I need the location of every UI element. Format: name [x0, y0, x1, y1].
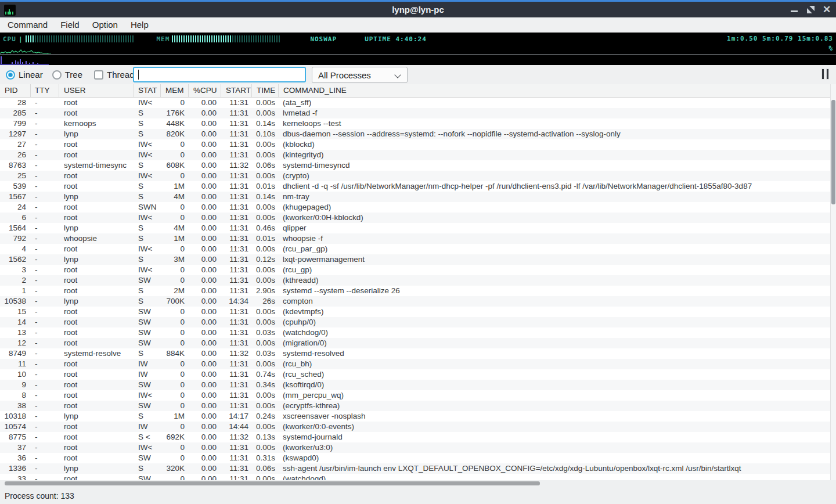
cell-user: root	[59, 275, 134, 286]
cell-mem: 0	[161, 213, 189, 223]
cell-start: 11:31	[221, 233, 252, 244]
table-row[interactable]: 1564-lynpS4M0.0011:310.46sqlipper	[0, 223, 830, 233]
cell-pid: 6	[0, 213, 31, 223]
horizontal-scrollbar-thumb[interactable]	[5, 481, 540, 485]
table-row[interactable]: 1297-lynpS820K0.0011:310.10sdbus-daemon …	[0, 129, 830, 139]
cell-tty: -	[31, 213, 59, 223]
cell-time: 0.03s	[252, 348, 279, 359]
table-row[interactable]: 15-rootSW00.0011:310.00s(kdevtmpfs)	[0, 307, 830, 317]
table-row[interactable]: 11-rootIW00.0011:310.00s(rcu_bh)	[0, 359, 830, 369]
cell-pid: 27	[0, 139, 31, 150]
table-row[interactable]: 10574-rootIW00.0014:440.00s(kworker/0:0-…	[0, 422, 830, 432]
table-row[interactable]: 1567-lynpS4M0.0011:310.14snm-tray	[0, 192, 830, 202]
cell-mem: 0	[161, 244, 189, 254]
menu-field[interactable]: Field	[54, 17, 86, 33]
table-row[interactable]: 33-rootSW00.0011:310.00s(watchdogd)	[0, 474, 830, 480]
table-row[interactable]: 13-rootSW00.0011:310.03s(watchdog/0)	[0, 327, 830, 338]
menu-help[interactable]: Help	[124, 17, 155, 33]
app-icon	[4, 5, 16, 16]
table-row[interactable]: 6-rootIW<00.0011:310.00s(kworker/0:0H-kb…	[0, 213, 830, 223]
cell-tty: -	[31, 401, 59, 411]
cell-pid: 28	[0, 98, 31, 108]
cell-time: 0.00s	[252, 442, 279, 453]
pause-button[interactable]	[819, 69, 831, 80]
cell-pid: 792	[0, 233, 31, 244]
cell-cpu: 0.00	[189, 213, 221, 223]
table-row[interactable]: 4-rootIW<00.0011:310.00s(rcu_par_gp)	[0, 244, 830, 254]
search-input[interactable]	[133, 67, 306, 82]
maximize-button[interactable]	[806, 5, 815, 15]
table-row[interactable]: 10538-lynpS700K0.0014:3426scompton	[0, 296, 830, 307]
cell-cmd: (ecryptfs-kthrea)	[279, 401, 830, 411]
vertical-scrollbar-thumb[interactable]	[831, 100, 835, 204]
cell-start: 11:32	[221, 348, 252, 359]
tree-radio[interactable]	[52, 70, 62, 80]
cell-pid: 10574	[0, 422, 31, 432]
cell-stat: SW	[134, 317, 161, 327]
table-row[interactable]: 792-whoopsieS1M0.0011:310.01swhoopsie -f	[0, 233, 830, 244]
process-count-text: Process count: 133	[0, 491, 74, 501]
table-row[interactable]: 36-rootSW00.0011:310.31s(kswapd0)	[0, 453, 830, 463]
cell-pid: 799	[0, 118, 31, 129]
table-row[interactable]: 12-rootSW00.0011:310.00s(migration/0)	[0, 338, 830, 348]
cell-pid: 285	[0, 108, 31, 118]
cell-mem: 0	[161, 317, 189, 327]
table-row[interactable]: 38-rootSW00.0011:310.00s(ecryptfs-kthrea…	[0, 401, 830, 411]
cell-pid: 25	[0, 171, 31, 181]
linear-radio[interactable]	[6, 70, 15, 80]
cell-tty: -	[31, 150, 59, 160]
cell-stat: IW<	[134, 265, 161, 275]
table-row[interactable]: 27-rootIW<00.0011:310.00s(kblockd)	[0, 139, 830, 150]
column-header-cpu[interactable]: %CPU	[189, 84, 221, 97]
close-button[interactable]: ✕	[822, 5, 831, 15]
table-row[interactable]: 3-rootIW<00.0011:310.00s(rcu_gp)	[0, 265, 830, 275]
menu-command[interactable]: Command	[1, 17, 54, 33]
table-row[interactable]: 25-rootIW<00.0011:310.00s(crypto)	[0, 171, 830, 181]
minimize-button[interactable]	[790, 5, 799, 15]
table-row[interactable]: 539-rootS1M0.0011:310.01sdhclient -d -q …	[0, 181, 830, 192]
table-row[interactable]: 8749-systemd-resolveS884K0.0011:320.03ss…	[0, 348, 830, 359]
table-row[interactable]: 10318-lynpS1M0.0014:170.24sxscreensaver …	[0, 411, 830, 422]
column-header-mem[interactable]: MEM	[161, 84, 189, 97]
title-bar[interactable]: lynp@lyn-pc ✕	[0, 0, 836, 17]
cell-pid: 8775	[0, 432, 31, 442]
vertical-scrollbar[interactable]	[830, 84, 836, 480]
thread-checkbox[interactable]	[94, 70, 103, 80]
table-row[interactable]: 14-rootSW00.0011:310.00s(cpuhp/0)	[0, 317, 830, 327]
tree-radio-label: Tree	[65, 70, 82, 80]
table-row[interactable]: 8763-systemd-timesyncS608K0.0011:320.06s…	[0, 160, 830, 171]
table-row[interactable]: 28-rootIW<00.0011:310.00s(ata_sff)	[0, 98, 830, 108]
cell-cmd: (kdevtmpfs)	[279, 307, 830, 317]
cell-stat: SW	[134, 380, 161, 390]
table-row[interactable]: 799-kernoopsS448K0.0011:310.14skerneloop…	[0, 118, 830, 129]
horizontal-scrollbar[interactable]	[0, 480, 836, 488]
column-header-cmd[interactable]: COMMAND_LINE	[279, 84, 830, 97]
process-filter-dropdown[interactable]: All Processes	[312, 67, 408, 83]
cell-user: root	[59, 108, 134, 118]
menu-option[interactable]: Option	[86, 17, 124, 33]
table-row[interactable]: 24-rootSWN00.0011:310.00s(khugepaged)	[0, 202, 830, 213]
column-header-start[interactable]: START	[221, 84, 252, 97]
table-row[interactable]: 1336-lynpS320K0.0011:310.06sssh-agent /u…	[0, 463, 830, 474]
table-row[interactable]: 285-rootS176K0.0011:310.00slvmetad -f	[0, 108, 830, 118]
column-header-user[interactable]: USER	[59, 84, 134, 97]
cell-cpu: 0.00	[189, 474, 221, 480]
cell-pid: 36	[0, 453, 31, 463]
cell-start: 11:31	[221, 213, 252, 223]
table-row[interactable]: 10-rootIW00.0011:310.74s(rcu_sched)	[0, 369, 830, 380]
table-row[interactable]: 1-rootS2M0.0011:312.90ssystemd --system …	[0, 286, 830, 296]
cell-stat: SW	[134, 338, 161, 348]
table-row[interactable]: 26-rootIW<00.0011:310.00s(kintegrityd)	[0, 150, 830, 160]
table-row[interactable]: 37-rootIW<00.0011:310.00s(kworker/u3:0)	[0, 442, 830, 453]
table-row[interactable]: 1562-lynpS3M0.0011:310.12slxqt-powermana…	[0, 254, 830, 265]
column-header-tty[interactable]: TTY	[31, 84, 59, 97]
cell-start: 11:31	[221, 202, 252, 213]
column-header-time[interactable]: TIME	[252, 84, 279, 97]
column-header-pid[interactable]: PID	[0, 84, 31, 97]
column-header-stat[interactable]: STAT	[134, 84, 161, 97]
table-row[interactable]: 8775-rootS <692K0.0011:320.13ssystemd-jo…	[0, 432, 830, 442]
table-row[interactable]: 8-rootIW<00.0011:310.00s(mm_percpu_wq)	[0, 390, 830, 401]
cell-mem: 0	[161, 338, 189, 348]
table-row[interactable]: 2-rootSW00.0011:310.00s(kthreadd)	[0, 275, 830, 286]
table-row[interactable]: 9-rootSW00.0011:310.34s(ksoftirqd/0)	[0, 380, 830, 390]
